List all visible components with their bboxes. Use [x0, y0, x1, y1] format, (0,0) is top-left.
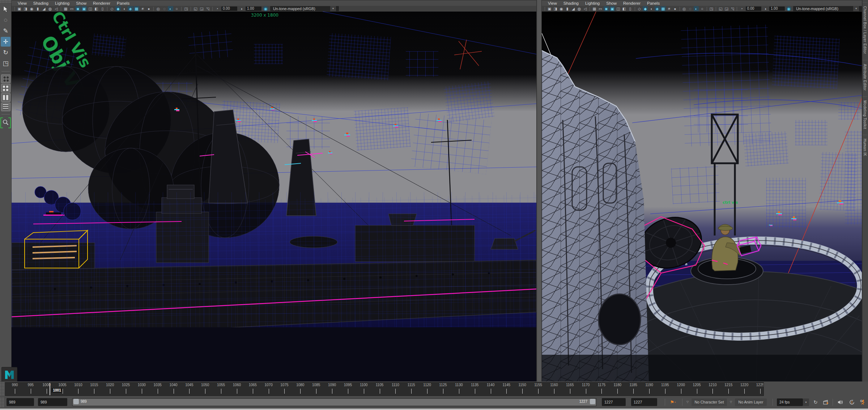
- depth-of-field-icon[interactable]: ○: [174, 6, 179, 11]
- smooth-shade-icon[interactable]: ◆: [115, 6, 121, 11]
- safe-action-icon[interactable]: ◧: [622, 6, 627, 11]
- exposure-field[interactable]: 0.00: [746, 7, 761, 11]
- tone-map-dropdown[interactable]: Un-tone-mapped (sRGB)▼: [793, 6, 862, 11]
- paint-select-tool[interactable]: ✎: [1, 26, 10, 36]
- lasso-select-tool[interactable]: ◌: [1, 15, 10, 25]
- field-chart-icon[interactable]: ◫: [616, 6, 621, 11]
- motion-blur-icon[interactable]: ◌: [688, 6, 693, 11]
- ambient-occlusion-icon[interactable]: ◎: [682, 6, 687, 11]
- xray-icon[interactable]: ◱: [718, 6, 723, 11]
- resolution-gate-icon[interactable]: ◙: [604, 6, 609, 11]
- menu-shading[interactable]: Shading: [560, 1, 582, 5]
- outliner-pane-layout-button[interactable]: [1, 103, 10, 111]
- exposure-icon[interactable]: ◔: [739, 6, 744, 11]
- depth-of-field-icon[interactable]: ○: [699, 6, 705, 11]
- menu-view[interactable]: View: [545, 1, 560, 5]
- safe-title-icon[interactable]: ▯: [627, 6, 633, 11]
- gamma-icon[interactable]: ◑: [239, 6, 244, 11]
- view-bookmark-icon[interactable]: ▮: [565, 6, 570, 11]
- anim-layer-menu-caret[interactable]: ▽: [730, 400, 732, 403]
- isolate-select-icon[interactable]: ◳: [709, 6, 714, 11]
- range-slider[interactable]: 989 1227: [72, 398, 597, 406]
- ambient-occlusion-icon[interactable]: ◎: [156, 6, 161, 11]
- camera-lock-icon[interactable]: ◨: [553, 6, 558, 11]
- cached-playback-button[interactable]: [848, 398, 856, 406]
- menu-panels[interactable]: Panels: [644, 1, 663, 5]
- image-plane-icon[interactable]: ◢: [571, 6, 576, 11]
- tone-map-dropdown[interactable]: Un-tone-mapped (sRGB)▼: [270, 6, 339, 11]
- range-end-handle[interactable]: [590, 399, 595, 404]
- camera-icon[interactable]: ▣: [547, 6, 552, 11]
- range-slider-grip[interactable]: [0, 397, 5, 408]
- flat-shade-icon[interactable]: ◖: [648, 6, 654, 11]
- playback-loop-button[interactable]: ↻: [812, 398, 820, 406]
- safe-title-icon[interactable]: ▯: [100, 6, 105, 11]
- film-gate-icon[interactable]: ▭: [69, 6, 75, 11]
- gate-mask-icon[interactable]: ▣: [81, 6, 87, 11]
- camera-select-icon[interactable]: ◉: [29, 6, 34, 11]
- pan-zoom-icon[interactable]: ◍: [47, 6, 53, 11]
- single-pane-layout-button[interactable]: [1, 74, 10, 83]
- menu-lighting[interactable]: Lighting: [52, 1, 73, 5]
- pick-icon[interactable]: ◁: [583, 6, 588, 11]
- fps-field[interactable]: 24 fps: [777, 398, 803, 406]
- menu-shading[interactable]: Shading: [30, 1, 52, 5]
- scale-tool[interactable]: ◳: [1, 59, 10, 68]
- pick-icon[interactable]: ◁: [54, 6, 59, 11]
- motion-blur-icon[interactable]: ◌: [162, 6, 167, 11]
- playback-start-field[interactable]: 989: [38, 398, 67, 406]
- current-time-marker[interactable]: [50, 383, 50, 395]
- playblast-button[interactable]: [822, 398, 830, 406]
- tab-modeling-toolkit[interactable]: Modeling Toolkit: [863, 96, 867, 133]
- clipping-planes-icon[interactable]: ◹: [730, 6, 735, 11]
- use-all-lights-icon[interactable]: ▩: [660, 6, 665, 11]
- menu-renderer[interactable]: Renderer: [90, 1, 114, 5]
- select-tool[interactable]: [1, 4, 10, 14]
- isolate-select-icon[interactable]: ◳: [183, 6, 189, 11]
- zoom-region-tool[interactable]: [1, 117, 10, 127]
- textured-icon[interactable]: ◈: [655, 6, 660, 11]
- auto-keyframe-button[interactable]: [859, 398, 867, 406]
- textured-icon[interactable]: ◈: [128, 6, 133, 11]
- range-start-handle[interactable]: [73, 399, 79, 404]
- menu-panels[interactable]: Panels: [114, 1, 133, 5]
- animation-end-field[interactable]: 1227: [631, 398, 657, 406]
- xray-icon[interactable]: ◱: [193, 6, 198, 11]
- camera-lock-icon[interactable]: ◨: [23, 6, 28, 11]
- fps-dropdown-caret[interactable]: ▼: [803, 398, 809, 406]
- rotate-tool[interactable]: ↻: [1, 48, 10, 57]
- camera-select-icon[interactable]: ◉: [559, 6, 564, 11]
- character-set-menu-caret[interactable]: ▽: [686, 400, 689, 403]
- menu-view[interactable]: View: [14, 1, 30, 5]
- camera-icon[interactable]: ▣: [17, 6, 22, 11]
- four-pane-layout-button[interactable]: [1, 84, 10, 92]
- playback-end-field[interactable]: 1227: [602, 398, 626, 406]
- mute-audio-button[interactable]: [836, 398, 844, 406]
- grid-icon[interactable]: ▦: [592, 6, 597, 11]
- two-pane-layout-button[interactable]: [1, 93, 10, 102]
- film-gate-icon[interactable]: ▭: [598, 6, 603, 11]
- animation-start-field[interactable]: 989: [7, 398, 34, 406]
- move-tool[interactable]: ✛: [1, 37, 10, 47]
- menu-renderer[interactable]: Renderer: [620, 1, 644, 5]
- time-slider-grip[interactable]: [0, 382, 5, 396]
- chevron-down-icon[interactable]: ▼: [853, 6, 859, 11]
- lighting-icon[interactable]: ☀: [667, 6, 672, 11]
- chevron-down-icon[interactable]: ▼: [330, 6, 336, 11]
- toolbox-grip[interactable]: [0, 0, 11, 3]
- clipping-planes-icon[interactable]: ◹: [205, 6, 210, 11]
- exposure-field[interactable]: 0.00: [221, 7, 237, 11]
- character-set-dropdown[interactable]: No Character Set: [692, 398, 727, 406]
- menu-show[interactable]: Show: [603, 1, 620, 5]
- gamma-field[interactable]: 1.00: [246, 7, 261, 11]
- viewport-right[interactable]: ctrl vis: [542, 12, 862, 381]
- gamma-icon[interactable]: ◑: [763, 6, 768, 11]
- use-all-lights-icon[interactable]: ▩: [134, 6, 139, 11]
- xray-joints-icon[interactable]: ◲: [199, 6, 204, 11]
- gamma-field[interactable]: 1.00: [769, 7, 785, 11]
- tab-human-ik[interactable]: Human IK: [863, 135, 867, 160]
- anim-layer-dropdown[interactable]: No Anim Layer: [735, 398, 767, 406]
- tab-channel-box[interactable]: Channel Box / Layer Editor: [863, 2, 867, 58]
- wireframe-icon[interactable]: ◇: [637, 6, 642, 11]
- safe-action-icon[interactable]: ◧: [94, 6, 99, 11]
